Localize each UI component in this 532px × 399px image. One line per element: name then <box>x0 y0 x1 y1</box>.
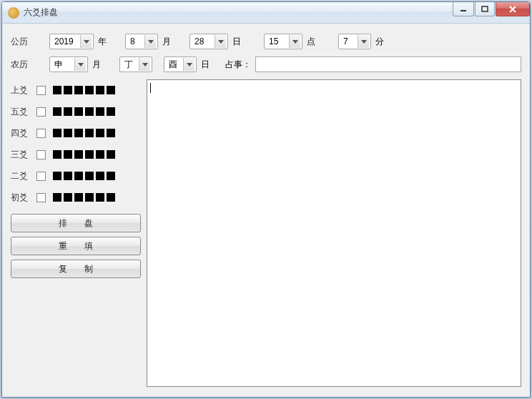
yao-label: 五爻 <box>11 106 32 118</box>
maximize-button[interactable] <box>475 2 495 16</box>
output-textarea[interactable] <box>147 79 521 387</box>
yao-row-5: 五爻 <box>11 101 141 122</box>
yao-row-2: 二爻 <box>11 165 141 187</box>
minimize-button[interactable] <box>453 2 474 16</box>
yao-label: 四爻 <box>11 127 32 139</box>
yao-checkbox[interactable] <box>36 86 46 95</box>
lunar-day-branch-select[interactable]: 酉 <box>164 56 197 72</box>
dropdown-arrow-icon <box>144 35 156 48</box>
dropdown-arrow-icon <box>80 35 92 48</box>
dropdown-arrow-icon <box>289 35 300 48</box>
yao-squares <box>53 150 115 159</box>
refill-button[interactable]: 重 填 <box>11 237 141 255</box>
yao-label: 二爻 <box>11 170 32 182</box>
topic-label: 占事： <box>225 59 251 71</box>
dropdown-arrow-icon <box>139 58 150 71</box>
yao-label: 上爻 <box>11 84 32 97</box>
yao-row-top: 上爻 <box>11 79 141 101</box>
yao-row-4: 四爻 <box>11 122 141 144</box>
solar-day-select[interactable]: 28 <box>189 34 228 49</box>
solar-hour-select[interactable]: 15 <box>264 34 302 49</box>
lunar-day-unit: 日 <box>201 59 210 71</box>
window-title: 六爻排盘 <box>24 6 58 19</box>
lunar-label: 农历 <box>11 59 45 71</box>
lunar-row: 农历 申 月 丁 酉 日 占事： <box>11 56 521 72</box>
yao-squares <box>53 172 115 180</box>
minute-unit: 分 <box>375 36 384 48</box>
app-icon <box>8 7 19 19</box>
svg-rect-1 <box>482 6 488 11</box>
dropdown-arrow-icon <box>183 58 194 71</box>
yao-checkbox[interactable] <box>36 129 46 138</box>
body-split: 上爻 五爻 四爻 三爻 <box>11 79 521 387</box>
solar-label: 公历 <box>11 36 45 48</box>
yao-checkbox[interactable] <box>36 150 46 159</box>
solar-row: 公历 2019 年 8 月 28 日 15 点 7 分 <box>11 34 521 49</box>
yao-row-1: 初爻 <box>11 187 141 208</box>
lunar-month-unit: 月 <box>92 59 101 71</box>
dropdown-arrow-icon <box>74 58 86 71</box>
solar-year-select[interactable]: 2019 <box>49 34 94 49</box>
yao-checkbox[interactable] <box>36 107 46 117</box>
topic-input[interactable] <box>255 56 521 72</box>
window-controls <box>452 2 530 18</box>
yao-checkbox[interactable] <box>36 193 46 202</box>
dropdown-arrow-icon <box>358 35 369 48</box>
yao-squares <box>53 129 115 137</box>
year-unit: 年 <box>98 36 107 48</box>
client-area: 公历 2019 年 8 月 28 日 15 点 7 分 农历 申 月 丁 酉 日 <box>2 24 530 397</box>
yao-row-3: 三爻 <box>11 144 141 165</box>
copy-button[interactable]: 复 制 <box>11 260 141 278</box>
solar-minute-select[interactable]: 7 <box>338 34 371 49</box>
minimize-icon <box>460 6 467 12</box>
yao-label: 三爻 <box>11 149 32 161</box>
titlebar: 六爻排盘 <box>2 2 530 24</box>
dropdown-arrow-icon <box>215 35 226 48</box>
solar-month-select[interactable]: 8 <box>125 34 158 49</box>
yao-squares <box>53 193 115 202</box>
left-panel: 上爻 五爻 四爻 三爻 <box>11 79 141 387</box>
lunar-month-select[interactable]: 申 <box>49 56 88 72</box>
text-caret <box>150 83 151 93</box>
maximize-icon <box>481 6 488 12</box>
day-unit: 日 <box>232 36 241 48</box>
yao-squares <box>53 86 115 94</box>
app-window: 六爻排盘 公历 2019 年 8 月 28 日 15 <box>1 1 531 398</box>
month-unit: 月 <box>162 36 171 48</box>
hour-unit: 点 <box>307 36 315 48</box>
lunar-day-stem-select[interactable]: 丁 <box>119 56 152 72</box>
close-button[interactable] <box>496 2 530 16</box>
action-buttons: 排 盘 重 填 复 制 <box>11 214 141 278</box>
yao-squares <box>53 107 115 116</box>
yao-label: 初爻 <box>11 192 32 204</box>
paipan-button[interactable]: 排 盘 <box>11 214 141 232</box>
yao-checkbox[interactable] <box>36 172 46 181</box>
close-icon <box>508 6 517 13</box>
